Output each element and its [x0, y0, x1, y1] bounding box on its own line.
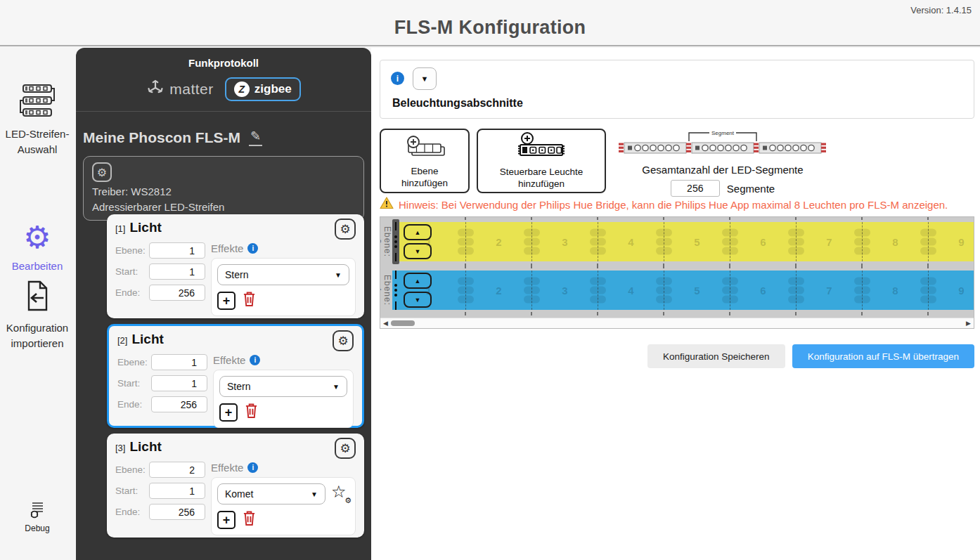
strip-segment-number: 7 [826, 285, 832, 297]
total-segments-input[interactable] [671, 180, 720, 197]
ende-input[interactable] [151, 396, 207, 412]
ebene-input[interactable] [149, 242, 205, 259]
solder-pads [722, 229, 738, 255]
add-ebene-label: Ebene hinzufügen [387, 166, 463, 190]
move-ebene-down-button[interactable]: ▼ [404, 292, 432, 308]
solder-pads [656, 278, 672, 304]
strip-segment-number: 2 [496, 236, 501, 248]
add-effect-button[interactable]: + [217, 292, 236, 310]
sidebar: LED-Streifen-Auswahl ⚙ Bearbeiten Konfig… [0, 48, 75, 560]
sidebar-item-debug[interactable]: Debug [0, 501, 75, 533]
move-ebene-up-button[interactable]: ▲ [404, 224, 432, 240]
total-segments-unit: Segmente [727, 183, 775, 195]
edit-name-icon[interactable]: ✎ [249, 129, 262, 146]
total-segments-label: Gesamtanzahl der LED-Segmente [642, 164, 803, 176]
start-label: Start: [115, 486, 149, 496]
strip-segment: 4 [598, 222, 664, 261]
strip-segment-number: 6 [760, 285, 766, 297]
trash-icon[interactable] [243, 291, 256, 310]
ebene-label: Ebene: [115, 245, 149, 256]
solder-pads [788, 229, 804, 255]
ebene-input[interactable] [151, 354, 207, 370]
strip-segment: 8 [863, 271, 929, 310]
ende-input[interactable] [149, 285, 205, 301]
info-icon[interactable]: i [247, 462, 258, 473]
strip-segment-number: 9 [958, 236, 964, 248]
light-card-2[interactable]: [2] Licht ⚙ Ebene: Start: Ende: Effekte … [107, 324, 364, 428]
effect-select[interactable]: Stern ▼ [217, 264, 349, 285]
add-ebene-button[interactable]: Ebene hinzufügen [380, 129, 470, 193]
hue-bridge-warning: Hinweis: Bei Verwendung der Philips Hue … [380, 197, 948, 212]
start-input[interactable] [151, 375, 207, 391]
led-strip-rows: Ebene: 2123456789▲▼Ebene: 1123456789▲▼ [380, 217, 974, 318]
segment-caption-svg: Segment [711, 130, 735, 136]
gear-icon[interactable]: ⚙ [92, 162, 112, 182]
sidebar-item-bearbeiten[interactable]: ⚙ Bearbeiten [0, 222, 75, 274]
section-collapse-button[interactable]: ▼ [413, 67, 437, 90]
scroll-left-icon[interactable]: ◀ [383, 320, 388, 327]
light-title: Licht [129, 220, 161, 235]
trash-icon[interactable] [245, 403, 258, 422]
start-input[interactable] [149, 263, 205, 280]
strip-segment: 4 [598, 271, 664, 310]
ende-input[interactable] [149, 504, 205, 520]
transfer-configuration-button[interactable]: Konfiguration auf FLS-M übertragen [792, 344, 974, 368]
strip-segment-number: 5 [694, 285, 699, 297]
light-card-1[interactable]: [1] Licht ⚙ Ebene: Start: Ende: Effekte … [107, 214, 364, 318]
light-settings-button[interactable]: ⚙ [333, 330, 354, 351]
solder-pads [854, 278, 870, 304]
add-effect-button[interactable]: + [219, 403, 238, 422]
chevron-down-icon: ▼ [335, 271, 342, 279]
config-panel: Funkprotokoll matter Z zigbee Meine P [76, 48, 371, 560]
strip-segment-number: 8 [892, 285, 898, 297]
version-label: Version: 1.4.15 [910, 5, 972, 15]
light-card-3[interactable]: [3] Licht ⚙ Ebene: Start: Ende: Effekte … [107, 434, 364, 538]
strip-segment-number: 9 [958, 285, 964, 297]
info-icon[interactable]: i [250, 355, 260, 365]
sidebar-item-led-streifen-auswahl[interactable]: LED-Streifen-Auswahl [0, 83, 75, 157]
add-effect-button[interactable]: + [217, 511, 236, 529]
strip-segment-number: 4 [628, 236, 633, 248]
driver-card[interactable]: ⚙ Treiber: WS2812 Adressierbarer LED-Str… [83, 156, 364, 221]
add-leuchte-button[interactable]: Steuerbare Leuchte hinzufügen [477, 129, 606, 193]
add-leuchte-icon [513, 132, 569, 164]
zigbee-option-selected[interactable]: Z zigbee [225, 77, 301, 101]
matter-option[interactable]: matter [146, 79, 214, 100]
scroll-right-icon[interactable]: ▶ [966, 320, 971, 327]
effect-select[interactable]: Stern ▼ [219, 376, 347, 397]
move-ebene-down-button[interactable]: ▼ [404, 243, 432, 259]
led-strip-visualization: Ebene: 2123456789▲▼Ebene: 1123456789▲▼ ◀… [380, 216, 974, 329]
sidebar-item-label: Bearbeiten [9, 259, 66, 274]
light-settings-button[interactable]: ⚙ [335, 438, 356, 459]
strip-connector [392, 268, 399, 313]
move-ebene-up-button[interactable]: ▲ [404, 273, 432, 289]
light-settings-button[interactable]: ⚙ [335, 219, 356, 240]
horizontal-scrollbar[interactable]: ◀ ▶ [380, 318, 974, 328]
ebene-reorder-controls: ▲▼ [404, 273, 432, 308]
strip-segment: 5 [664, 271, 730, 310]
edit-gear-icon: ⚙ [23, 222, 51, 253]
ebene-input[interactable] [149, 462, 205, 478]
solder-pads [590, 278, 606, 304]
strip-row-label: Ebene: 2 [382, 222, 392, 261]
effect-favorite-settings-icon[interactable]: ☆ ⚙ [331, 485, 349, 503]
main-content: i ▼ Beleuchtungsabschnitte Ebene hinzufü… [371, 48, 980, 560]
save-configuration-button[interactable]: Konfiguration Speicheren [647, 344, 785, 368]
info-icon[interactable]: i [247, 243, 258, 254]
driver-type: Adressierbarer LED-Streifen [92, 201, 355, 213]
info-icon[interactable]: i [391, 72, 404, 85]
strip-segment: 6 [730, 222, 797, 261]
start-input[interactable] [149, 483, 205, 499]
scrollbar-thumb[interactable] [391, 320, 415, 326]
device-name: Meine Phoscon FLS-M [83, 129, 240, 146]
sidebar-item-konfiguration-importieren[interactable]: Konfiguration importieren [0, 280, 75, 351]
chevron-down-icon: ▼ [333, 383, 340, 391]
strip-segment-number: 8 [892, 236, 898, 248]
effect-select[interactable]: Komet ▼ [217, 483, 325, 504]
solder-pads [458, 278, 474, 304]
trash-icon[interactable] [243, 510, 256, 529]
strip-segment-number: 3 [562, 285, 567, 297]
warning-text: Hinweis: Bei Verwendung der Philips Hue … [399, 199, 948, 211]
strip-segment-number: 4 [628, 285, 633, 297]
effekte-label: Effekte [211, 242, 243, 254]
